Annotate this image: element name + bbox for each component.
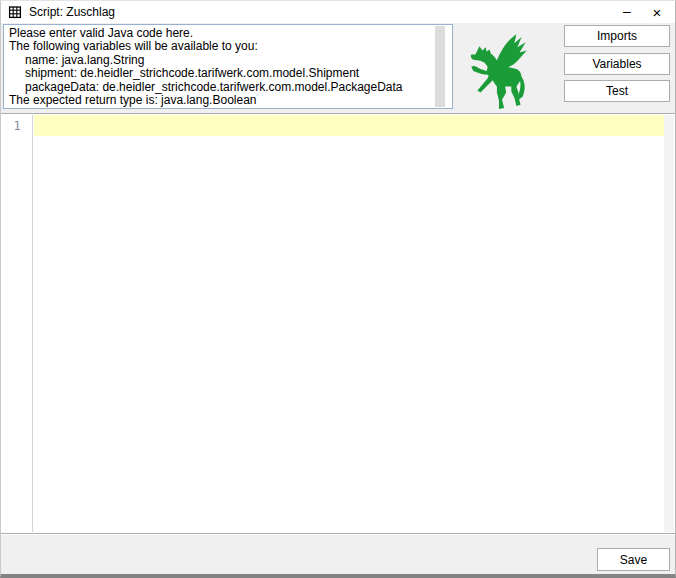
editor-vertical-scrollbar[interactable] xyxy=(664,115,674,532)
close-button[interactable]: × xyxy=(642,1,672,23)
save-button[interactable]: Save xyxy=(597,548,670,571)
info-line: name: java.lang.String xyxy=(9,54,434,67)
code-input-area[interactable] xyxy=(34,115,664,532)
variables-button[interactable]: Variables xyxy=(564,53,670,75)
info-vertical-scrollbar[interactable] xyxy=(435,26,445,107)
line-number-gutter: 1 xyxy=(2,115,33,532)
title-bar: Script: Zuschlag – × xyxy=(1,1,675,23)
current-line-highlight xyxy=(34,115,664,136)
info-line: Please enter valid Java code here. xyxy=(9,27,434,40)
table-grid-icon xyxy=(8,5,22,19)
code-editor[interactable]: 1 xyxy=(1,113,675,534)
info-textbox[interactable]: Please enter valid Java code here. The f… xyxy=(3,24,453,109)
info-line: packageData: de.heidler_strichcode.tarif… xyxy=(9,81,434,94)
info-line: shipment: de.heidler_strichcode.tarifwer… xyxy=(9,67,434,80)
info-line: The expected return type is: java.lang.B… xyxy=(9,94,434,107)
pegasus-logo-icon xyxy=(467,34,533,110)
imports-button[interactable]: Imports xyxy=(564,25,670,47)
minimize-button[interactable]: – xyxy=(612,1,642,23)
line-number: 1 xyxy=(2,119,32,133)
info-line: The following variables will be availabl… xyxy=(9,40,434,53)
header-panel: Please enter valid Java code here. The f… xyxy=(1,23,675,114)
caption-buttons: – × xyxy=(612,1,675,23)
window-title: Script: Zuschlag xyxy=(29,5,115,19)
script-dialog-window: Script: Zuschlag – × Please enter valid … xyxy=(0,0,676,578)
test-button[interactable]: Test xyxy=(564,80,670,102)
footer-bar: Save xyxy=(1,535,675,575)
